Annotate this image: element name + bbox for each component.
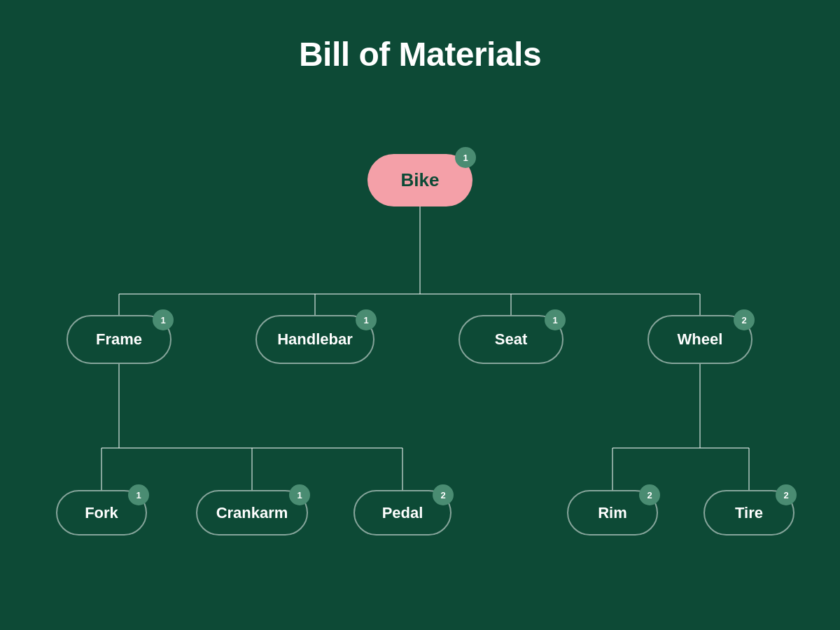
node-rim: Rim 2 <box>567 490 658 536</box>
node-bike-label: Bike <box>401 169 440 191</box>
badge-fork: 1 <box>128 484 149 505</box>
node-fork-label: Fork <box>85 504 118 522</box>
node-handlebar-label: Handlebar <box>277 330 353 349</box>
node-tire: Tire 2 <box>704 490 794 536</box>
node-rim-label: Rim <box>598 504 627 522</box>
node-fork: Fork 1 <box>56 490 147 536</box>
node-wheel-label: Wheel <box>678 330 723 349</box>
node-pedal-label: Pedal <box>382 504 424 522</box>
node-tire-label: Tire <box>735 504 763 522</box>
node-frame: Frame 1 <box>66 315 172 364</box>
badge-wheel: 2 <box>734 309 755 330</box>
page-title: Bill of Materials <box>0 0 840 74</box>
node-handlebar: Handlebar 1 <box>255 315 374 364</box>
badge-rim: 2 <box>639 484 660 505</box>
node-crankarm: Crankarm 1 <box>196 490 308 536</box>
node-crankarm-label: Crankarm <box>216 504 288 522</box>
badge-pedal: 2 <box>433 484 454 505</box>
badge-tire: 2 <box>776 484 797 505</box>
node-frame-label: Frame <box>96 330 142 349</box>
badge-crankarm: 1 <box>289 484 310 505</box>
node-wheel: Wheel 2 <box>648 315 752 364</box>
node-seat: Seat 1 <box>458 315 564 364</box>
badge-handlebar: 1 <box>356 309 377 330</box>
badge-seat: 1 <box>545 309 566 330</box>
node-bike: Bike 1 <box>368 154 472 206</box>
badge-bike: 1 <box>455 147 476 168</box>
node-pedal: Pedal 2 <box>354 490 451 536</box>
node-seat-label: Seat <box>495 330 527 349</box>
badge-frame: 1 <box>153 309 174 330</box>
